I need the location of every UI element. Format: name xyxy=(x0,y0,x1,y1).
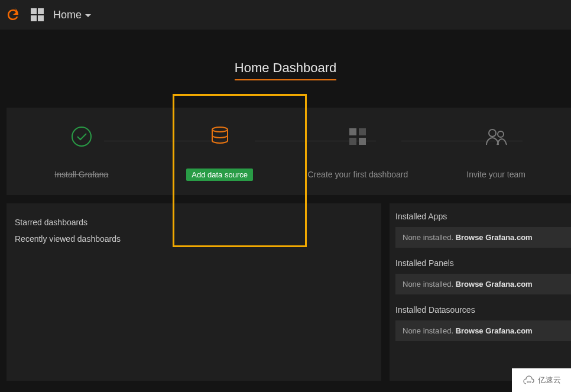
breadcrumb-label: Home xyxy=(53,9,82,21)
page-title-wrap: Home Dashboard xyxy=(0,60,571,80)
step-label: Invite your team xyxy=(466,170,525,179)
browse-link[interactable]: Browse Grafana.com xyxy=(456,326,533,335)
step-label: Create your first dashboard xyxy=(308,170,408,179)
svg-point-9 xyxy=(529,381,531,383)
svg-rect-4 xyxy=(349,138,356,145)
installed-datasources-section: Installed Datasources None installed. Br… xyxy=(395,305,571,341)
svg-rect-5 xyxy=(359,138,366,145)
installed-apps-box: None installed. Browse Grafana.com xyxy=(395,227,571,248)
svg-point-0 xyxy=(72,127,91,146)
browse-link[interactable]: Browse Grafana.com xyxy=(456,280,533,289)
none-text: None installed. xyxy=(403,280,453,289)
svg-point-7 xyxy=(498,131,504,137)
installed-panels-box: None installed. Browse Grafana.com xyxy=(395,274,571,294)
section-title: Installed Panels xyxy=(395,258,571,268)
grafana-logo-icon[interactable] xyxy=(5,7,21,23)
step-install-grafana[interactable]: Install Grafana xyxy=(12,124,151,179)
plugins-panel: Installed Apps None installed. Browse Gr… xyxy=(390,203,571,381)
svg-rect-3 xyxy=(359,128,366,135)
watermark-text: 亿速云 xyxy=(538,375,561,385)
installed-panels-section: Installed Panels None installed. Browse … xyxy=(395,258,571,294)
step-label: Add data source xyxy=(186,169,253,181)
svg-point-6 xyxy=(489,129,496,137)
dashboard-grid-icon[interactable] xyxy=(31,8,44,21)
check-circle-icon xyxy=(12,124,151,150)
none-text: None installed. xyxy=(403,326,453,335)
none-text: None installed. xyxy=(403,233,453,242)
installed-apps-section: Installed Apps None installed. Browse Gr… xyxy=(395,212,571,248)
panels-row: Starred dashboards Recently viewed dashb… xyxy=(7,203,571,381)
step-invite-team[interactable]: Invite your team xyxy=(427,124,565,179)
step-label: Install Grafana xyxy=(54,170,108,179)
cloud-icon xyxy=(523,375,536,385)
database-icon xyxy=(151,122,289,148)
step-create-dashboard[interactable]: Create your first dashboard xyxy=(289,124,427,179)
svg-rect-2 xyxy=(349,128,356,135)
section-title: Installed Datasources xyxy=(395,305,571,315)
installed-datasources-box: None installed. Browse Grafana.com xyxy=(395,320,571,341)
getting-started-strip: Install Grafana Add data source Create y… xyxy=(7,108,571,195)
users-icon xyxy=(427,124,565,150)
svg-point-1 xyxy=(212,127,228,132)
top-navbar: Home xyxy=(0,0,571,30)
dashboard-icon xyxy=(289,124,427,150)
recently-viewed-header[interactable]: Recently viewed dashboards xyxy=(15,231,373,247)
chevron-down-icon xyxy=(85,14,91,17)
breadcrumb[interactable]: Home xyxy=(53,9,91,21)
section-title: Installed Apps xyxy=(395,212,571,221)
starred-dashboards-header[interactable]: Starred dashboards xyxy=(15,214,373,231)
svg-point-8 xyxy=(527,381,528,383)
browse-link[interactable]: Browse Grafana.com xyxy=(456,233,533,242)
watermark-badge: 亿速云 xyxy=(512,368,571,392)
step-add-data-source[interactable]: Add data source xyxy=(151,122,289,181)
page-title: Home Dashboard xyxy=(235,60,336,80)
dashboard-list-panel: Starred dashboards Recently viewed dashb… xyxy=(7,203,381,381)
